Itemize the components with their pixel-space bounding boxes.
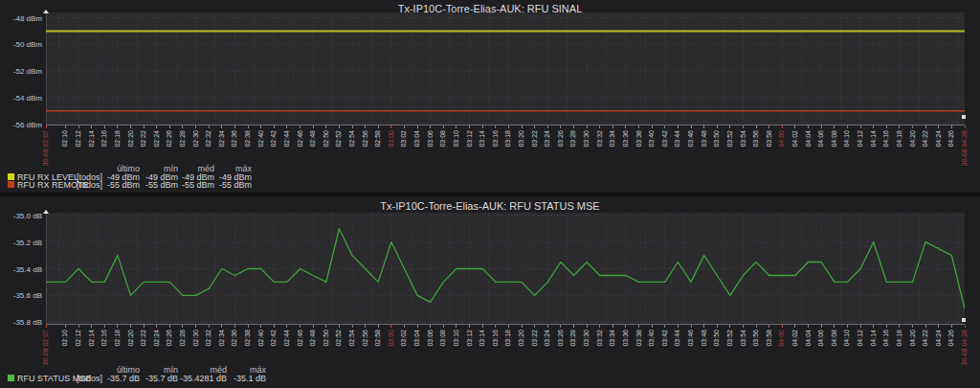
x-tick-mark bbox=[104, 325, 105, 328]
x-tick-label: 02:10 bbox=[61, 130, 69, 148]
x-tick-label: 02:52 bbox=[335, 130, 343, 148]
legend-swatch-rfu-rx-remote[interactable] bbox=[8, 181, 14, 188]
y-tick-label: -35.8 dB bbox=[0, 318, 42, 327]
x-tick-label: 02:54 bbox=[348, 130, 356, 148]
y-tick-label: -56 dBm bbox=[0, 121, 42, 129]
x-tick-mark bbox=[390, 325, 391, 328]
x-tick-label: 02:36 bbox=[231, 330, 238, 347]
x-tick-label: 04:22 bbox=[922, 330, 929, 347]
x-tick-mark bbox=[547, 325, 548, 328]
x-tick-mark bbox=[794, 325, 795, 328]
x-tick-mark bbox=[625, 126, 626, 128]
x-tick-label: 03:10 bbox=[453, 330, 460, 347]
x-tick-label: 02:14 bbox=[88, 130, 96, 148]
x-tick-label: 04:08 bbox=[831, 330, 838, 347]
x-tick-label: 03:38 bbox=[635, 130, 643, 148]
x-tick-mark bbox=[599, 325, 600, 328]
x-tick-label: 03:52 bbox=[726, 330, 734, 347]
legend-swatch-rfu-rx-level[interactable] bbox=[8, 173, 14, 180]
axis-end-marker-icon bbox=[962, 318, 966, 322]
x-tick-label: 03:46 bbox=[687, 330, 695, 347]
x-tick-label: 03:02 bbox=[400, 330, 408, 347]
x-tick-label: 03:34 bbox=[609, 330, 616, 347]
x-tick-mark bbox=[768, 325, 769, 328]
x-tick-label: 03:44 bbox=[674, 130, 681, 148]
x-tick-label: 03:54 bbox=[740, 330, 747, 347]
legend-swatch-rfu-status-mse[interactable] bbox=[8, 375, 14, 381]
x-tick-mark bbox=[430, 126, 431, 128]
x-tick-mark bbox=[482, 325, 483, 328]
x-tick-mark bbox=[313, 325, 314, 328]
x-tick-mark bbox=[743, 126, 744, 128]
x-tick-label: 04:04 bbox=[805, 330, 813, 347]
x-tick-mark bbox=[404, 126, 405, 128]
x-tick-mark bbox=[599, 126, 600, 128]
x-tick-mark bbox=[65, 126, 66, 128]
x-tick-mark bbox=[587, 126, 588, 128]
x-tick-label: 30-08 04:28 bbox=[961, 130, 969, 166]
x-tick-label: 03:54 bbox=[740, 130, 747, 148]
x-tick-label: 04:18 bbox=[896, 130, 903, 148]
axis-origin-marker-icon bbox=[43, 210, 49, 214]
x-tick-mark bbox=[78, 325, 79, 328]
x-tick-mark bbox=[794, 126, 795, 128]
x-tick-mark bbox=[156, 325, 157, 328]
panel-title-rfu-status-mse[interactable]: Tx-IP10C-Torre-Elias-AUK: RFU STATUS MSE bbox=[0, 200, 980, 212]
plot-area-rfu-status-mse[interactable] bbox=[46, 213, 965, 325]
x-tick-label: 04:18 bbox=[896, 330, 903, 347]
x-tick-mark bbox=[104, 126, 105, 128]
x-tick-label: 02:16 bbox=[100, 130, 108, 148]
x-tick-mark bbox=[717, 126, 718, 128]
x-tick-label: 03:16 bbox=[492, 330, 500, 347]
x-tick-mark bbox=[912, 325, 913, 328]
legend-rfu-status-mse: últimomínmédmáxRFU STATUS MSE[todos]-35.… bbox=[0, 366, 325, 385]
x-tick-label: 03:24 bbox=[544, 130, 551, 148]
plot-area-rfu-sinal[interactable] bbox=[46, 12, 965, 126]
x-tick-mark bbox=[965, 126, 966, 128]
x-tick-mark bbox=[873, 325, 874, 328]
x-tick-label: 02:18 bbox=[114, 330, 122, 347]
x-tick-label: 03:18 bbox=[504, 130, 512, 148]
x-tick-label: 02:12 bbox=[75, 330, 82, 347]
x-tick-mark bbox=[456, 126, 457, 128]
x-tick-mark bbox=[560, 325, 561, 328]
x-tick-label: 03:26 bbox=[557, 330, 565, 347]
x-tick-label: 02:54 bbox=[348, 330, 356, 347]
x-tick-mark bbox=[352, 126, 353, 128]
x-tick-mark bbox=[951, 325, 952, 328]
x-tick-label: 03:08 bbox=[439, 130, 447, 148]
x-tick-mark bbox=[860, 325, 861, 328]
x-tick-label: 03:20 bbox=[518, 130, 525, 148]
x-tick-label: 03:32 bbox=[596, 330, 604, 347]
x-tick-mark bbox=[260, 126, 261, 128]
x-tick-label: 03:10 bbox=[453, 130, 460, 148]
y-tick-label: -52 dBm bbox=[0, 67, 42, 76]
x-tick-mark bbox=[286, 126, 287, 128]
panel-rfu-sinal: Tx-IP10C-Torre-Elias-AUK: RFU SINAL -48 … bbox=[0, 0, 980, 193]
x-tick-mark bbox=[313, 126, 314, 128]
x-tick-label: 03:36 bbox=[622, 130, 630, 148]
x-tick-label: 02:56 bbox=[362, 330, 369, 347]
x-tick-mark bbox=[234, 325, 235, 328]
x-tick-mark bbox=[938, 325, 939, 328]
x-tick-mark bbox=[834, 325, 835, 328]
x-tick-label: 02:28 bbox=[179, 130, 187, 148]
x-tick-label: 03:38 bbox=[635, 330, 643, 347]
x-tick-label: 04:26 bbox=[947, 130, 955, 148]
x-tick-label: 03:48 bbox=[701, 130, 708, 148]
x-tick-mark bbox=[756, 325, 757, 328]
x-tick-mark bbox=[729, 325, 730, 328]
x-tick-mark bbox=[703, 126, 704, 128]
x-tick-label: 04:22 bbox=[922, 130, 929, 148]
x-tick-mark bbox=[209, 126, 210, 128]
x-axis-rfu-status-mse: 30-08 02:0702:1002:1202:1402:1602:1802:2… bbox=[46, 325, 980, 369]
x-tick-mark bbox=[925, 325, 926, 328]
x-tick-label: 02:58 bbox=[374, 330, 382, 347]
x-tick-mark bbox=[951, 126, 952, 128]
x-tick-label: 02:24 bbox=[153, 330, 161, 347]
x-tick-mark bbox=[821, 325, 822, 328]
x-tick-label: 03:56 bbox=[752, 130, 760, 148]
x-tick-mark bbox=[65, 325, 66, 328]
x-tick-label: 03:22 bbox=[531, 330, 539, 347]
x-tick-mark bbox=[221, 325, 222, 328]
